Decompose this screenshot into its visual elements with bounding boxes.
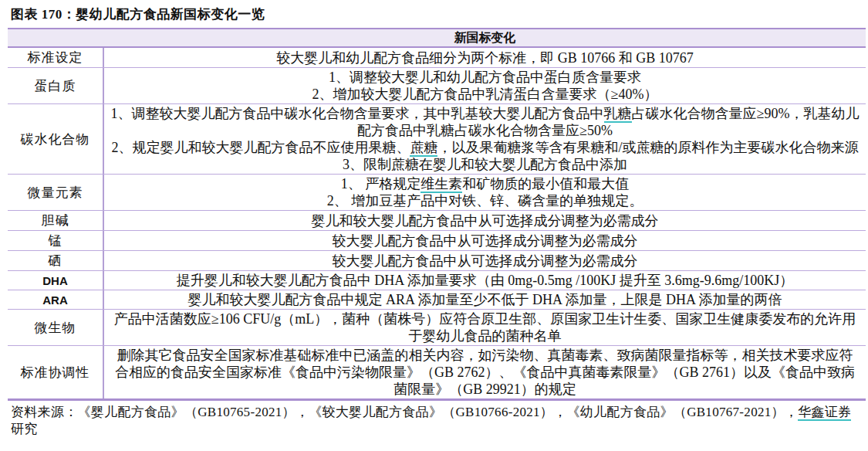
- text-segment: 较大婴儿和幼儿配方食品细分为两个标准，即 GB 10766 和 GB 10767: [276, 50, 694, 66]
- content-item: 3、限制蔗糖在婴儿和较大婴儿配方食品中添加: [110, 156, 860, 173]
- table-row: 微量元素1、 严格规定维生素和矿物质的最小值和最大值2、 增加豆基产品中对铁、锌…: [8, 175, 866, 211]
- table-row: 碳水化合物1、调整较大婴儿配方食品中碳水化合物含量要求，其中乳基较大婴儿配方食品…: [8, 104, 866, 175]
- content-item: 婴儿和较大婴儿配方食品中从可选择成分调整为必需成分: [110, 212, 860, 229]
- table-body: 标准设定较大婴儿和幼儿配方食品细分为两个标准，即 GB 10766 和 GB 1…: [8, 48, 866, 398]
- content-item: 1、调整较大婴儿和幼儿配方食品中蛋白质含量要求: [110, 69, 860, 86]
- row-content: 婴儿和较大婴儿配方食品中规定 ARA 添加量至少不低于 DHA 添加量，上限是 …: [104, 290, 866, 309]
- underlined-term: 乳糖: [604, 106, 632, 123]
- table-row: 标准设定较大婴儿和幼儿配方食品细分为两个标准，即 GB 10766 和 GB 1…: [8, 48, 866, 68]
- text-segment: 3、限制蔗糖在婴儿和较大婴儿配方食品中添加: [343, 157, 627, 172]
- text-segment: 2、 增加豆基产品中对铁、锌、磷含量的单独规定。: [327, 193, 643, 209]
- table-row: 标准协调性删除其它食品安全国家标准基础标准中已涵盖的相关内容，如污染物、真菌毒素…: [8, 346, 866, 398]
- table-row: 蛋白质1、调整较大婴儿和幼儿配方食品中蛋白质含量要求2、增加较大婴儿配方食品中乳…: [8, 68, 866, 104]
- row-content: 提升婴儿和较大婴儿配方食品中 DHA 添加量要求（由 0mg-0.5mg /10…: [104, 271, 866, 290]
- row-content: 1、 严格规定维生素和矿物质的最小值和最大值2、 增加豆基产品中对铁、锌、磷含量…: [104, 175, 866, 210]
- row-label: 硒: [8, 251, 104, 270]
- row-content: 婴儿和较大婴儿配方食品中从可选择成分调整为必需成分: [104, 211, 866, 230]
- row-label: ARA: [8, 290, 104, 309]
- table-row: 微生物产品中活菌数应≥106 CFU/g（mL），菌种（菌株号）应符合原卫生部、…: [8, 310, 866, 346]
- underlined-term: 维生素: [420, 176, 462, 193]
- text-segment: 和矿物质的最小值和最大值: [462, 176, 629, 192]
- table-row: DHA提升婴儿和较大婴儿配方食品中 DHA 添加量要求（由 0mg-0.5mg …: [8, 271, 866, 290]
- text-segment: 产品中活菌数应≥106 CFU/g（mL），菌种（菌株号）应符合原卫生部、原国家…: [114, 311, 856, 344]
- row-label: 胆碱: [8, 211, 104, 230]
- standards-table: 新国标变化 标准设定较大婴儿和幼儿配方食品细分为两个标准，即 GB 10766 …: [8, 28, 866, 401]
- row-label: 微生物: [8, 310, 104, 345]
- content-item: 婴儿和较大婴儿配方食品中规定 ARA 添加量至少不低于 DHA 添加量，上限是 …: [110, 291, 860, 308]
- row-label: 标准设定: [8, 48, 104, 67]
- underlined-term: 蔗糖: [410, 140, 437, 157]
- content-item: 较大婴儿和幼儿配方食品细分为两个标准，即 GB 10766 和 GB 10767: [110, 49, 860, 66]
- content-item: 2、 增加豆基产品中对铁、锌、磷含量的单独规定。: [110, 192, 860, 209]
- text-segment: 2、增加较大婴儿配方食品中乳清蛋白含量要求（≥40%）: [312, 86, 658, 102]
- table-row: 胆碱婴儿和较大婴儿配方食品中从可选择成分调整为必需成分: [8, 211, 866, 231]
- content-item: 2、增加较大婴儿配方食品中乳清蛋白含量要求（≥40%）: [110, 86, 860, 103]
- row-label: 锰: [8, 231, 104, 250]
- table-row: ARA婴儿和较大婴儿配方食品中规定 ARA 添加量至少不低于 DHA 添加量，上…: [8, 290, 866, 310]
- row-label: 标准协调性: [8, 346, 104, 398]
- table-row: 硒较大婴儿配方食品中从可选择成分调整为必需成分: [8, 251, 866, 271]
- content-item: 较大婴儿配方食品中从可选择成分调整为必需成分: [110, 232, 860, 249]
- table-row: 锰较大婴儿配方食品中从可选择成分调整为必需成分: [8, 231, 866, 251]
- content-item: 较大婴儿配方食品中从可选择成分调整为必需成分: [110, 253, 860, 270]
- text-segment: 删除其它食品安全国家标准基础标准中已涵盖的相关内容，如污染物、真菌毒素、致病菌限…: [115, 348, 855, 397]
- row-content: 较大婴儿配方食品中从可选择成分调整为必需成分: [104, 251, 866, 270]
- text-segment: 研究: [11, 422, 38, 436]
- content-item: 提升婴儿和较大婴儿配方食品中 DHA 添加量要求（由 0mg-0.5mg /10…: [110, 272, 860, 289]
- text-segment: 1、 严格规定: [341, 176, 421, 192]
- content-item: 产品中活菌数应≥106 CFU/g（mL），菌种（菌株号）应符合原卫生部、原国家…: [110, 310, 860, 344]
- text-segment: 婴儿和较大婴儿配方食品中规定 ARA 添加量至少不低于 DHA 添加量，上限是 …: [187, 292, 782, 307]
- row-content: 较大婴儿配方食品中从可选择成分调整为必需成分: [104, 231, 866, 250]
- row-content: 1、调整较大婴儿和幼儿配方食品中蛋白质含量要求2、增加较大婴儿配方食品中乳清蛋白…: [104, 68, 866, 103]
- row-label: 蛋白质: [8, 68, 104, 103]
- row-content: 产品中活菌数应≥106 CFU/g（mL），菌种（菌株号）应符合原卫生部、原国家…: [104, 310, 866, 345]
- table-header-cell: 新国标变化: [8, 29, 866, 48]
- source-note: 资料来源：《婴儿配方食品》（GB10765-2021），《较大婴儿配方食品》（G…: [11, 404, 860, 438]
- text-segment: 资料来源：《婴儿配方食品》（GB10765-2021），《较大婴儿配方食品》（G…: [11, 405, 798, 419]
- report-page: 图表 170：婴幼儿配方食品新国标变化一览 新国标变化 标准设定较大婴儿和幼儿配…: [0, 0, 868, 451]
- figure-title: 图表 170：婴幼儿配方食品新国标变化一览: [11, 6, 868, 23]
- text-segment: 婴儿和较大婴儿配方食品中从可选择成分调整为必需成分: [312, 213, 659, 229]
- row-label: 碳水化合物: [8, 104, 104, 174]
- content-item: 2、规定婴儿和较大婴儿配方食品不应使用果糖、蔗糖，以及果葡糖浆等含有果糖和/或蔗…: [110, 139, 860, 156]
- row-content: 较大婴儿和幼儿配方食品细分为两个标准，即 GB 10766 和 GB 10767: [104, 48, 866, 67]
- text-segment: 1、调整较大婴儿配方食品中碳水化合物含量要求，其中乳基较大婴儿配方食品中: [111, 106, 604, 121]
- text-segment: ，以及果葡糖浆等含有果糖和/或蔗糖的原料作为主要碳水化合物来源: [437, 140, 858, 155]
- row-label: 微量元素: [8, 175, 104, 210]
- content-item: 1、调整较大婴儿配方食品中碳水化合物含量要求，其中乳基较大婴儿配方食品中乳糖占碳…: [110, 105, 860, 139]
- text-segment: 1、调整较大婴儿和幼儿配方食品中蛋白质含量要求: [329, 70, 641, 85]
- underlined-term: 华鑫证券: [798, 405, 851, 421]
- content-item: 删除其它食品安全国家标准基础标准中已涵盖的相关内容，如污染物、真菌毒素、致病菌限…: [110, 347, 860, 398]
- text-segment: 较大婴儿配方食品中从可选择成分调整为必需成分: [333, 253, 638, 269]
- text-segment: 提升婴儿和较大婴儿配方食品中 DHA 添加量要求（由 0mg-0.5mg /10…: [177, 273, 794, 288]
- row-content: 删除其它食品安全国家标准基础标准中已涵盖的相关内容，如污染物、真菌毒素、致病菌限…: [104, 346, 866, 398]
- row-label: DHA: [8, 271, 104, 290]
- text-segment: 较大婴儿配方食品中从可选择成分调整为必需成分: [333, 233, 638, 249]
- text-segment: 2、规定婴儿和较大婴儿配方食品不应使用果糖、: [111, 140, 410, 155]
- content-item: 1、 严格规定维生素和矿物质的最小值和最大值: [110, 175, 860, 192]
- row-content: 1、调整较大婴儿配方食品中碳水化合物含量要求，其中乳基较大婴儿配方食品中乳糖占碳…: [104, 104, 866, 174]
